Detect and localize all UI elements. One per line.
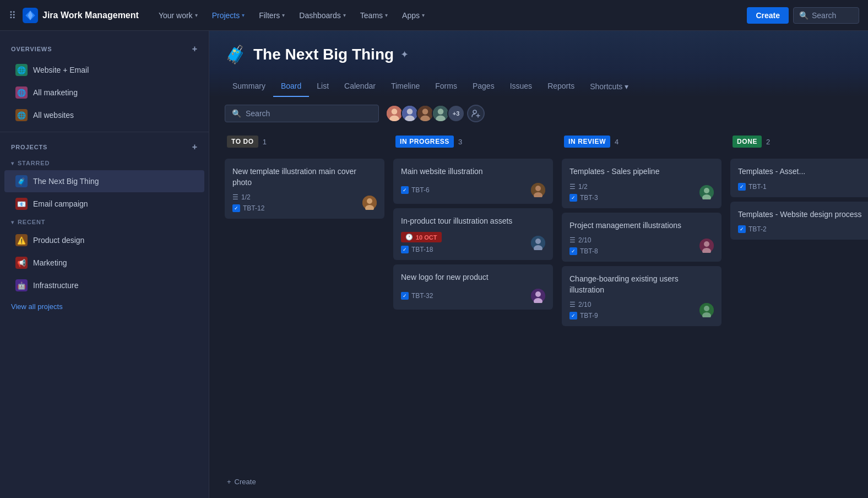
- svg-point-27: [704, 188, 709, 193]
- svg-point-8: [422, 109, 428, 115]
- create-button[interactable]: Create: [747, 7, 789, 24]
- tab-issues[interactable]: Issues: [502, 76, 540, 97]
- card-tbt-18-meta: 🕐 10 OCT ✓ TBT-18: [401, 232, 545, 253]
- tab-board[interactable]: Board: [273, 76, 309, 97]
- nav-filters[interactable]: Filters ▾: [252, 8, 291, 23]
- column-inprogress-cards: Main website illustration ✓ TBT-6: [393, 159, 553, 489]
- recent-subsection[interactable]: ▾ Recent: [0, 215, 209, 229]
- column-inreview-cards: Templates - Sales pipeline ☰ 1/2 ✓ TBT-3: [562, 159, 721, 489]
- svg-point-11: [438, 109, 444, 115]
- sidebar-item-product-design[interactable]: ⚠️ Product design: [4, 229, 204, 251]
- sidebar-item-all-websites[interactable]: 🌐 All websites: [4, 104, 204, 126]
- card-tbt-2-checkbox[interactable]: ✓: [738, 225, 746, 233]
- create-todo-button[interactable]: + Create: [225, 474, 384, 489]
- tab-list[interactable]: List: [309, 76, 337, 97]
- card-tbt-2-id-row: ✓ TBT-2: [738, 225, 767, 233]
- sidebar: Overviews + 🌐 Website + Email 🌐 All mark…: [0, 31, 209, 498]
- topnav-actions: Create 🔍 Search: [747, 7, 859, 24]
- email-campaign-icon: 📧: [15, 198, 28, 210]
- project-title-row: 🧳 The Next Big Thing ✦: [225, 44, 853, 65]
- board-search[interactable]: 🔍: [225, 105, 379, 122]
- sidebar-item-marketing[interactable]: 📢 Marketing: [4, 252, 204, 274]
- tab-summary[interactable]: Summary: [225, 76, 273, 97]
- project-emoji: 🧳: [225, 44, 247, 65]
- card-tbt-32-checkbox[interactable]: ✓: [401, 292, 409, 300]
- column-inprogress-count: 3: [458, 138, 462, 146]
- overviews-add-icon[interactable]: +: [192, 44, 198, 54]
- column-todo-header: TO DO 1: [225, 130, 384, 153]
- sidebar-item-next-big-thing[interactable]: 🧳 The Next Big Thing: [4, 170, 204, 192]
- card-tbt-9-id-row: ✓ TBT-9: [569, 312, 598, 320]
- clock-icon: 🕐: [405, 234, 413, 241]
- board-search-input[interactable]: [246, 109, 372, 118]
- grid-icon[interactable]: ⠿: [9, 9, 16, 21]
- view-all-projects-link[interactable]: View all projects: [0, 297, 209, 316]
- svg-point-2: [392, 109, 398, 115]
- card-tbt-8-avatar: [699, 239, 714, 253]
- sidebar-item-infrastructure[interactable]: 🤖 Infrastructure: [4, 274, 204, 296]
- logo[interactable]: Jira Work Management: [23, 8, 139, 23]
- next-big-thing-icon: 🧳: [15, 175, 28, 187]
- chevron-down-icon: ▾: [11, 219, 14, 225]
- tab-calendar[interactable]: Calendar: [337, 76, 383, 97]
- starred-subsection[interactable]: ▾ Starred: [0, 156, 209, 170]
- avatar-1-img: [387, 105, 402, 122]
- avatar-add-button[interactable]: [467, 105, 485, 122]
- avatar-extra-count[interactable]: +3: [447, 105, 465, 122]
- main-nav: Your work ▾ Projects ▾ Filters ▾ Dashboa…: [152, 8, 743, 23]
- card-tbt-6-checkbox[interactable]: ✓: [401, 186, 409, 194]
- add-user-icon: [471, 109, 480, 118]
- card-tbt-32-id-row: ✓ TBT-32: [401, 292, 433, 300]
- card-tbt-32-meta: ✓ TBT-32: [401, 289, 545, 303]
- nav-dashboards[interactable]: Dashboards ▾: [292, 8, 352, 23]
- overviews-section-header: Overviews +: [0, 40, 209, 58]
- column-done-header: DONE 2: [730, 130, 868, 153]
- card-tbt-18-title: In-product tour illustration assets: [401, 216, 545, 227]
- search-icon: 🔍: [799, 11, 809, 20]
- nav-projects[interactable]: Projects ▾: [205, 8, 252, 23]
- nav-apps[interactable]: Apps ▾: [395, 8, 431, 23]
- svg-point-30: [704, 241, 709, 247]
- card-tbt-8-checkbox[interactable]: ✓: [569, 247, 577, 255]
- column-done: DONE 2 Templates - Asset... ✓ TBT-1: [730, 130, 868, 489]
- star-icon[interactable]: ✦: [400, 48, 409, 61]
- card-tbt-12-checkbox[interactable]: ✓: [232, 204, 240, 212]
- column-inreview-label: IN REVIEW: [564, 136, 610, 148]
- tab-reports[interactable]: Reports: [540, 76, 582, 97]
- card-tbt-9-meta: ☰ 2/10 ✓ TBT-9: [569, 301, 714, 320]
- card-tbt-8-id-row: ✓ TBT-8: [569, 247, 598, 255]
- nav-your-work[interactable]: Your work ▾: [152, 8, 204, 23]
- tab-forms[interactable]: Forms: [427, 76, 465, 97]
- card-tbt-6: Main website illustration ✓ TBT-6: [393, 159, 553, 204]
- card-tbt-9-title: Change-boarding existing users illustrat…: [569, 274, 714, 295]
- card-tbt-2: Templates - Website design process ✓ TBT…: [730, 202, 868, 240]
- topnav-search[interactable]: 🔍 Search: [793, 7, 859, 24]
- card-tbt-8: Project management illustrations ☰ 2/10 …: [562, 213, 721, 262]
- chevron-down-icon: ▾: [385, 12, 388, 18]
- card-tbt-3-id: TBT-3: [580, 194, 598, 202]
- subtask-icon: ☰: [569, 183, 576, 191]
- card-tbt-9-id: TBT-9: [580, 312, 598, 320]
- card-tbt-1-checkbox[interactable]: ✓: [738, 183, 746, 191]
- card-tbt-3-meta: ☰ 1/2 ✓ TBT-3: [569, 183, 714, 202]
- logo-text: Jira Work Management: [42, 10, 139, 20]
- svg-point-21: [535, 239, 541, 244]
- nav-teams[interactable]: Teams ▾: [354, 8, 394, 23]
- tab-timeline[interactable]: Timeline: [383, 76, 427, 97]
- sidebar-item-website-email[interactable]: 🌐 Website + Email: [4, 59, 204, 81]
- sidebar-item-all-marketing[interactable]: 🌐 All marketing: [4, 82, 204, 104]
- card-tbt-6-avatar: [531, 183, 545, 197]
- card-tbt-2-meta: ✓ TBT-2: [738, 225, 868, 233]
- sidebar-item-email-campaign[interactable]: 📧 Email campaign: [4, 193, 204, 215]
- projects-add-icon[interactable]: +: [192, 142, 198, 152]
- card-tbt-3-checkbox[interactable]: ✓: [569, 194, 577, 202]
- card-tbt-18-checkbox[interactable]: ✓: [401, 246, 409, 253]
- sidebar-divider: [0, 132, 209, 132]
- column-todo-cards: New template illustration main cover pho…: [225, 159, 384, 469]
- tab-shortcuts[interactable]: Shortcuts ▾: [582, 77, 636, 96]
- tab-pages[interactable]: Pages: [465, 76, 502, 97]
- project-title: The Next Big Thing: [253, 46, 394, 63]
- card-tbt-1-id-row: ✓ TBT-1: [738, 183, 767, 191]
- card-tbt-9-checkbox[interactable]: ✓: [569, 312, 577, 320]
- card-tbt-12-id: TBT-12: [243, 204, 264, 212]
